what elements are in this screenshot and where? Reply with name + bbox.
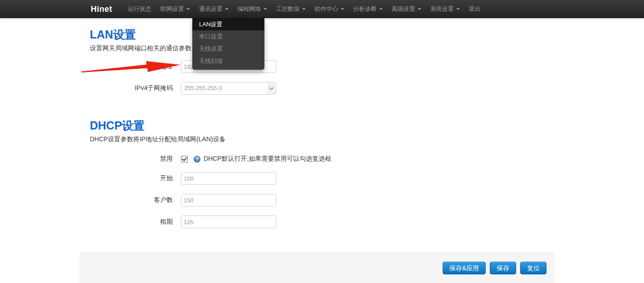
dhcp-disable-row: 禁用 ? DHCP默认打开,如果需要禁用可以勾选复选框	[79, 155, 555, 163]
caret-down-icon	[302, 8, 306, 10]
caret-down-icon	[225, 8, 229, 10]
menu-item-logout[interactable]: 退出	[464, 0, 485, 18]
dhcp-disable-label: 禁用	[79, 155, 173, 163]
caret-down-icon	[186, 8, 190, 10]
caret-down-icon	[379, 8, 383, 10]
menu-item-run-status[interactable]: 运行状态	[123, 0, 156, 18]
chevron-down-icon	[269, 86, 274, 90]
dhcp-section-subtitle: DHCP设置参数将IP地址分配给局域网(LAN)设备	[79, 135, 555, 144]
footer-action-bar: 保存&应用 保存 复位	[79, 253, 555, 283]
dhcp-clients-row: 客户数	[79, 194, 555, 206]
main-content: LAN设置 设置网关局域网端口相关的通信参数 IPv4地址 IPv4子网掩码 2…	[79, 28, 555, 283]
caret-down-icon	[263, 8, 267, 10]
dhcp-start-label: 开始	[79, 174, 173, 182]
ipv4-netmask-selected-value: 255.255.255.0	[181, 82, 276, 94]
ipv4-address-label: IPv4地址	[79, 62, 173, 71]
menu-item-network-settings[interactable]: 联网设置	[156, 0, 195, 18]
dropdown-item-serial-settings[interactable]: 串口设置	[192, 30, 264, 43]
lan-section-title: LAN设置	[79, 28, 555, 41]
ipv4-netmask-label: IPv4子网掩码	[79, 84, 173, 92]
menu-item-comm-settings[interactable]: 通讯设置	[195, 0, 233, 18]
dhcp-disable-hint: DHCP默认打开,如果需要禁用可以勾选复选框	[204, 155, 332, 163]
caret-down-icon	[456, 8, 460, 10]
lan-section-subtitle: 设置网关局域网端口相关的通信参数	[79, 44, 555, 53]
help-icon: ?	[194, 156, 200, 163]
dropdown-item-lan-settings[interactable]: LAN设置	[192, 18, 264, 30]
caret-down-icon	[418, 8, 421, 10]
comm-settings-dropdown: LAN设置 串口设置 无线设置 无线扫描	[192, 18, 264, 70]
navbar-inner: Hinet 运行状态 联网设置 通讯设置 编程网络 工控数据 软件中心 分析诊断…	[79, 0, 644, 18]
brand-logo[interactable]: Hinet	[91, 5, 112, 14]
save-apply-button[interactable]: 保存&应用	[443, 262, 486, 274]
main-menu: 运行状态 联网设置 通讯设置 编程网络 工控数据 软件中心 分析诊断 高级设置 …	[123, 0, 485, 18]
ipv4-netmask-select[interactable]: 255.255.255.0	[181, 82, 276, 95]
menu-item-diagnostics[interactable]: 分析诊断	[349, 0, 387, 18]
menu-item-system-settings[interactable]: 系统设置	[426, 0, 464, 18]
menu-item-industrial-data[interactable]: 工控数据	[272, 0, 310, 18]
menu-item-software-center[interactable]: 软件中心	[310, 0, 349, 18]
select-dropdown-button[interactable]	[268, 83, 275, 94]
reset-button[interactable]: 复位	[520, 262, 546, 274]
dhcp-lease-row: 租期	[79, 216, 555, 228]
dhcp-section-title: DHCP设置	[79, 119, 555, 132]
dropdown-item-wireless-scan[interactable]: 无线扫描	[192, 55, 264, 67]
caret-down-icon	[341, 8, 344, 10]
menu-item-advanced-settings[interactable]: 高级设置	[387, 0, 426, 18]
save-button[interactable]: 保存	[490, 262, 516, 274]
dhcp-start-input[interactable]	[181, 172, 276, 185]
top-navbar: Hinet 运行状态 联网设置 通讯设置 编程网络 工控数据 软件中心 分析诊断…	[0, 0, 644, 18]
dhcp-lease-label: 租期	[79, 218, 173, 226]
dhcp-clients-label: 客户数	[79, 196, 173, 204]
dhcp-clients-input[interactable]	[181, 194, 276, 206]
dhcp-disable-checkbox[interactable]	[181, 156, 188, 163]
menu-item-programming-network[interactable]: 编程网络	[233, 0, 272, 18]
dhcp-lease-input[interactable]	[181, 216, 276, 228]
ipv4-netmask-row: IPv4子网掩码 255.255.255.0	[79, 82, 555, 95]
ipv4-address-row: IPv4地址	[79, 60, 555, 73]
dropdown-item-wireless-settings[interactable]: 无线设置	[192, 43, 264, 55]
dhcp-start-row: 开始	[79, 172, 555, 185]
